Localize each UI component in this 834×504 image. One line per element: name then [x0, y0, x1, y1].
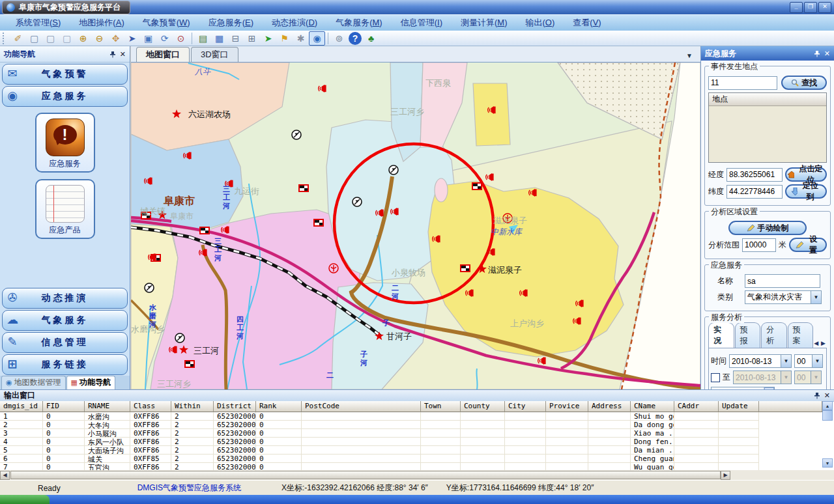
sidebar-item-top0[interactable]: ✉气象预警: [2, 64, 128, 85]
column-header[interactable]: Town: [421, 401, 461, 412]
menu-item-2[interactable]: 气象预警(W): [134, 17, 199, 29]
map-canvas[interactable]: 六运湖农场三工河乡下西泉九运街阜康市城关镇阜康市滋泥泉子中新水库滋泥泉子小泉牧场…: [131, 63, 700, 389]
close-panel-icon[interactable]: ✕: [824, 49, 830, 58]
pan-icon[interactable]: ✥: [108, 31, 124, 46]
deselect-icon[interactable]: ▢: [59, 31, 75, 46]
location-list-body[interactable]: [709, 106, 826, 162]
location-search-input[interactable]: [708, 76, 777, 90]
grid-hscrollbar[interactable]: ◀ ▶: [0, 470, 834, 480]
search-button[interactable]: 查找: [781, 76, 827, 90]
menu-item-0[interactable]: 系统管理(S): [7, 17, 70, 29]
column-header[interactable]: County: [461, 401, 505, 412]
zoom-out-icon[interactable]: ⊖: [91, 31, 108, 46]
column-header[interactable]: dmgis_id: [0, 401, 43, 412]
maximize-button[interactable]: ❐: [804, 2, 817, 13]
service-type-combo[interactable]: ▼: [745, 290, 822, 304]
combo-dropdown-icon[interactable]: ▼: [781, 354, 792, 368]
pin-icon[interactable]: [814, 50, 820, 57]
menu-item-5[interactable]: 气象服务(M): [326, 17, 392, 29]
print-icon[interactable]: ⊟: [227, 31, 244, 46]
tab-scroll-right-icon[interactable]: ▶: [821, 340, 826, 346]
table-row[interactable]: 40东风一小队0XFF8626523020000Dong fen...: [0, 438, 822, 446]
analysis-tab-0[interactable]: 实况: [708, 322, 734, 348]
left-tab-0[interactable]: ◉地图数据管理: [1, 376, 66, 389]
sidebar-item-bottom3[interactable]: ⊞服务链接: [2, 354, 128, 375]
column-header[interactable]: Address: [588, 401, 631, 412]
menu-item-1[interactable]: 地图操作(A): [70, 17, 133, 29]
identify-icon[interactable]: ⊙: [173, 31, 189, 46]
run-arrow-icon[interactable]: ➤: [260, 31, 276, 46]
set-range-button[interactable]: 设置: [789, 238, 827, 252]
table-row[interactable]: 60城关0XFF8526523020000Cheng guan: [0, 455, 822, 463]
menu-item-4[interactable]: 动态推演(D): [263, 17, 326, 29]
analysis-range-input[interactable]: [742, 238, 776, 252]
sidebar-item-bottom1[interactable]: ☁气象服务: [2, 310, 128, 331]
table-row[interactable]: 30小马厩沟0XFF8626523020000Xiao ma ...: [0, 429, 822, 438]
help-icon[interactable]: ?: [349, 32, 362, 45]
close-button[interactable]: ✕: [818, 2, 831, 13]
select-rect-icon[interactable]: ▢: [26, 31, 42, 46]
combo-dropdown-icon[interactable]: ▼: [811, 290, 822, 304]
refresh-icon[interactable]: ⟳: [156, 31, 173, 46]
table-row[interactable]: 10水磨沟0XFF8626523020000Shui mo gou: [0, 412, 822, 421]
column-header[interactable]: Class: [130, 401, 171, 412]
to-checkbox[interactable]: [711, 373, 720, 382]
column-header[interactable]: Provice: [546, 401, 588, 412]
sidebar-item-bottom0[interactable]: ✇动态推演: [2, 288, 128, 309]
menu-item-9[interactable]: 查看(V): [564, 17, 610, 29]
location-list[interactable]: 地点: [708, 92, 827, 163]
menu-item-8[interactable]: 输出(O): [517, 17, 564, 29]
column-header[interactable]: Rank: [256, 401, 302, 412]
menu-item-7[interactable]: 测量计算(M): [452, 17, 517, 29]
tile-emergency[interactable]: !应急服务: [35, 113, 95, 173]
map-tab-dropdown-icon[interactable]: ▼: [686, 52, 693, 59]
latitude-input[interactable]: [726, 185, 783, 199]
service-name-input[interactable]: [745, 274, 820, 288]
pointer-icon[interactable]: ➤: [124, 31, 140, 46]
hour-value[interactable]: [794, 354, 812, 368]
locate-to-button[interactable]: 定位到: [785, 184, 827, 199]
close-panel-icon[interactable]: ✕: [824, 391, 830, 400]
toolbar-grip[interactable]: [3, 33, 7, 44]
eye-icon[interactable]: ⊚: [331, 31, 347, 46]
export-map-icon[interactable]: ▦: [211, 31, 227, 46]
sidebar-item-bottom2[interactable]: ✎信息管理: [2, 332, 128, 353]
minimize-button[interactable]: _: [790, 2, 803, 13]
scroll-up-icon[interactable]: ▲: [822, 401, 833, 410]
tree-icon[interactable]: ♣: [363, 31, 379, 46]
measure-icon[interactable]: ✐: [10, 31, 26, 46]
table-row[interactable]: 50大面场子沟0XFF8626523020000Da mian ...: [0, 446, 822, 455]
column-header[interactable]: City: [505, 401, 546, 412]
analysis-tab-3[interactable]: 预案: [788, 322, 814, 348]
longitude-input[interactable]: [726, 168, 783, 182]
map-tab-0[interactable]: 地图窗口: [136, 47, 190, 62]
table-row[interactable]: 20大冬沟0XFF8626523020000Da dong gou: [0, 421, 822, 429]
select-lasso-icon[interactable]: ▢: [42, 31, 59, 46]
location-pin-icon[interactable]: ⚑: [276, 31, 293, 46]
start-button-fragment[interactable]: [0, 495, 50, 504]
layers-icon[interactable]: ▤: [195, 31, 211, 46]
analysis-tab-2[interactable]: 分析: [761, 322, 787, 348]
menu-item-6[interactable]: 信息管理(I): [392, 17, 452, 29]
scroll-left-icon[interactable]: ◀: [0, 471, 10, 480]
table-row[interactable]: 70五官沟0XFF8626523020000Wu guan gou: [0, 463, 822, 470]
column-header[interactable]: FID: [43, 401, 85, 412]
column-header[interactable]: CAddr: [674, 401, 719, 412]
map-tab-1[interactable]: 3D窗口: [191, 47, 238, 62]
column-header[interactable]: RNAME: [85, 401, 130, 412]
tab-scroll-arrows[interactable]: ◀▶: [814, 340, 827, 348]
date-value[interactable]: [729, 354, 781, 368]
tile-product[interactable]: 应急产品: [35, 179, 95, 239]
grid-vscrollbar[interactable]: ▲ ▼: [822, 401, 833, 470]
column-header[interactable]: District: [214, 401, 256, 412]
click-locate-button[interactable]: 点击定位: [785, 167, 827, 182]
scroll-down-icon[interactable]: ▼: [822, 458, 833, 468]
tab-scroll-left-icon[interactable]: ◀: [814, 340, 818, 346]
sidebar-item-top1[interactable]: ◉应急服务: [2, 86, 128, 107]
zoom-in-icon[interactable]: ⊕: [75, 31, 91, 46]
result-grid[interactable]: dmgis_idFIDRNAMEClassWithinDistrictRankP…: [0, 401, 822, 470]
left-tab-1[interactable]: ▦功能导航: [66, 376, 115, 389]
column-header[interactable]: PostCode: [302, 401, 421, 412]
pin-icon[interactable]: [814, 392, 820, 399]
column-header[interactable]: Within: [171, 401, 214, 412]
